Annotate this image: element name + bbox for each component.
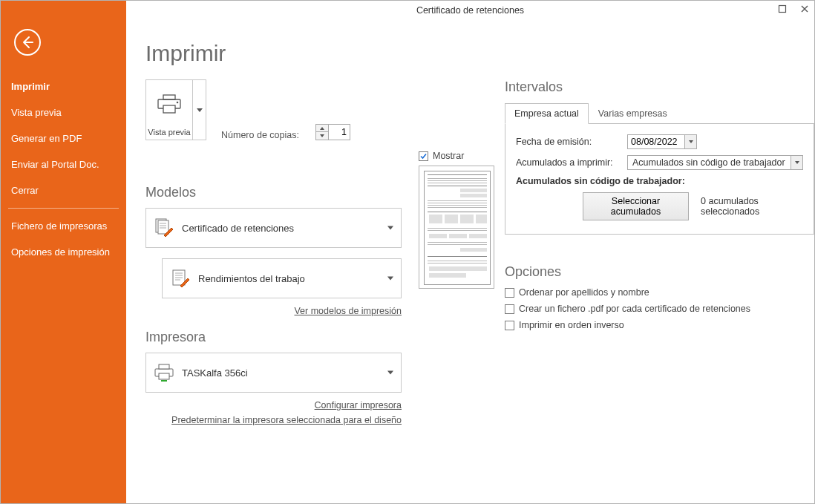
sidebar: Imprimir Vista previa Generar en PDF Env… [1,1,126,503]
chevron-down-icon [387,371,393,375]
models-section-title: Modelos [145,185,402,200]
chevron-down-icon [387,226,393,230]
window-title: Certificado de retenciones [416,5,524,16]
svg-rect-0 [779,6,786,13]
window-close-button[interactable] [799,4,810,14]
document-pencil-icon [154,217,174,238]
tab-varias-empresas[interactable]: Varias empresas [589,103,677,124]
show-preview-checkbox[interactable]: Mostrar [419,151,515,161]
accumulated-selected-count: 0 acumulados seleccionados [701,196,803,217]
svg-rect-2 [163,95,175,99]
sidebar-item-print-options[interactable]: Opciones de impresión [1,239,126,265]
emit-date-label: Fecha de emisión: [516,137,627,147]
svg-rect-18 [161,380,167,382]
checkbox-empty-icon [505,321,514,330]
accumulated-combo[interactable]: Acumulados sin código de trabajador [627,155,803,170]
emit-date-field[interactable] [627,134,697,149]
show-preview-label: Mostrar [433,151,464,161]
copies-spinner[interactable] [315,124,350,140]
option-reverse-order-checkbox[interactable]: Imprimir en orden inverso [505,320,814,330]
sidebar-item-preview[interactable]: Vista previa [1,99,126,125]
accumulated-no-code-label: Acumulados sin código de trabajador: [516,176,803,186]
accumulated-combo-dropdown-button[interactable] [791,156,802,169]
intervals-tabs: Empresa actual Varias empresas [505,102,814,124]
configure-printer-link[interactable]: Configurar impresora [315,400,402,410]
option-order-by-name-label: Ordenar por apellidos y nombre [519,287,649,298]
sidebar-item-pdf[interactable]: Generar en PDF [1,125,126,151]
checkbox-empty-icon [505,288,514,298]
printer-section-title: Impresora [145,330,402,345]
checkbox-checked-icon [419,151,428,161]
sidebar-item-printers-file[interactable]: Fichero de impresoras [1,213,126,239]
option-pdf-per-cert-label: Crear un fichero .pdf por cada certifica… [519,304,750,314]
option-order-by-name-checkbox[interactable]: Ordenar por apellidos y nombre [505,287,814,298]
printer-name-label: TASKalfa 356ci [182,367,393,379]
document-pencil-icon [170,268,191,289]
svg-rect-6 [158,220,168,234]
svg-rect-17 [159,373,169,379]
svg-rect-16 [159,364,169,369]
accumulated-combo-value: Acumulados sin código de trabajador [628,157,791,168]
printer-selector[interactable]: TASKalfa 356ci [145,353,402,393]
back-button[interactable] [14,29,41,56]
svg-rect-3 [163,105,175,113]
copies-label: Número de copias: [221,130,299,140]
preview-button[interactable]: Vista previa [145,79,206,140]
copies-up-button[interactable] [316,125,328,132]
intervals-panel: Fecha de emisión: Acumulados a imprimir:… [505,124,814,235]
emit-date-input[interactable] [628,137,684,147]
printer-icon [154,362,174,383]
option-reverse-order-label: Imprimir en orden inverso [519,320,624,330]
view-models-link[interactable]: Ver modelos de impresión [294,306,402,316]
copies-input[interactable] [329,125,350,140]
model-certificado-label: Certificado de retenciones [182,223,393,234]
tab-empresa-actual[interactable]: Empresa actual [505,103,589,124]
intervals-section-title: Intervalos [505,79,814,95]
model-rendimientos-label: Rendimientos del trabajo [198,273,393,284]
options-section-title: Opciones [505,264,814,280]
window-restore-button[interactable] [777,4,788,14]
checkbox-empty-icon [505,304,514,314]
svg-point-4 [177,102,179,104]
option-pdf-per-cert-checkbox[interactable]: Crear un fichero .pdf por cada certifica… [505,304,814,314]
model-certificado[interactable]: Certificado de retenciones [145,208,402,248]
sidebar-item-print[interactable]: Imprimir [1,73,126,99]
default-printer-link[interactable]: Predeterminar la impresora seleccionada … [171,415,402,425]
chevron-down-icon [387,277,393,281]
accumulated-label: Acumulados a imprimir: [516,157,627,168]
printer-icon [157,94,182,114]
emit-date-dropdown-button[interactable] [684,135,696,148]
sidebar-item-close[interactable]: Cerrar [1,177,126,203]
copies-down-button[interactable] [316,132,328,140]
model-rendimientos[interactable]: Rendimientos del trabajo [162,258,402,298]
select-accumulated-button[interactable]: Seleccionar acumulados [583,192,689,220]
sidebar-separator [8,208,119,209]
preview-dropdown-button[interactable] [192,80,206,140]
document-preview[interactable] [419,166,494,289]
sidebar-item-portal[interactable]: Enviar al Portal Doc. [1,151,126,177]
